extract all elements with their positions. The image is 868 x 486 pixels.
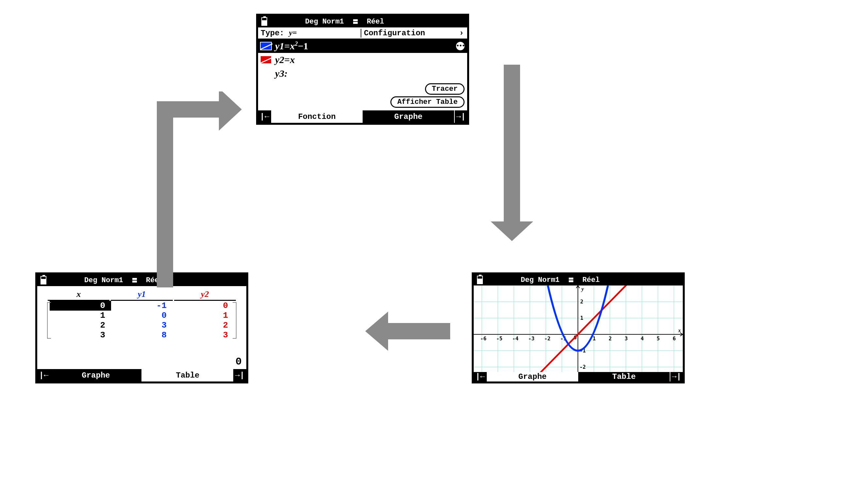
bottom-nav: |← Graphe Table →| — [37, 369, 246, 382]
nav-next-icon[interactable]: →| — [233, 369, 246, 382]
type-label[interactable]: Type: y= — [258, 28, 361, 38]
function-row-y3[interactable]: y3: — [258, 67, 467, 80]
table-row[interactable]: 3 8 3 — [50, 330, 234, 340]
afficher-table-button[interactable]: Afficher Table — [391, 96, 465, 108]
function-row-y1[interactable]: y1=x2−1 ••• — [258, 39, 467, 53]
nav-prev-icon[interactable]: |← — [474, 372, 487, 382]
graph-screen: Deg Norm1 Réel — [472, 272, 685, 383]
status-domain: Réel — [367, 18, 384, 26]
graph-svg: -6-5 -4-3 -2-1 12 34 56 21 -1-2 0 x y — [474, 286, 683, 372]
table-area: x y1 y2 0 -1 0 1 0 1 2 3 2 3 8 3 — [37, 286, 246, 369]
battery-icon — [40, 276, 46, 285]
svg-text:6: 6 — [673, 335, 676, 342]
type-row: Type: y= Configuration › — [258, 27, 467, 39]
graph-canvas[interactable]: -6-5 -4-3 -2-1 12 34 56 21 -1-2 0 x y — [474, 286, 683, 372]
nav-fonction[interactable]: Fonction — [271, 110, 363, 123]
function-row-y2[interactable]: y2=x — [258, 53, 467, 67]
table-row[interactable]: 0 -1 0 — [50, 301, 234, 311]
svg-text:1: 1 — [593, 335, 596, 342]
status-bar: Deg Norm1 Réel — [474, 274, 683, 286]
svg-text:x: x — [678, 328, 681, 333]
color-swatch-blue — [260, 42, 272, 50]
table-screen: Deg Norm1 Réel x y1 y2 0 -1 0 1 0 1 2 3 … — [35, 272, 248, 383]
table-body: 0 -1 0 1 0 1 2 3 2 3 8 3 — [47, 301, 237, 340]
nav-next-icon[interactable]: →| — [670, 372, 683, 382]
battery-icon — [261, 17, 267, 26]
configuration-menu[interactable]: Configuration › — [361, 29, 467, 38]
fraction-icon — [353, 19, 358, 24]
color-swatch-empty — [260, 69, 272, 78]
color-swatch-red — [260, 56, 272, 64]
col-header-y2: y2 — [174, 289, 236, 301]
ellipsis-icon[interactable]: ••• — [456, 42, 465, 50]
table-row[interactable]: 1 0 1 — [50, 311, 234, 320]
svg-text:y: y — [581, 286, 584, 292]
arrow-down-icon — [491, 45, 543, 241]
bottom-nav: |← Fonction Graphe →| — [258, 110, 467, 123]
col-header-x: x — [48, 289, 110, 301]
col-header-y1: y1 — [111, 289, 173, 301]
nav-graphe[interactable]: Graphe — [487, 372, 578, 382]
chevron-right-icon: › — [459, 29, 464, 38]
table-row[interactable]: 2 3 2 — [50, 320, 234, 330]
nav-prev-icon[interactable]: |← — [258, 110, 271, 123]
svg-text:3: 3 — [625, 335, 628, 342]
function-editor-screen: Deg Norm1 Réel Type: y= Configuration › … — [256, 14, 469, 125]
status-bar: Deg Norm1 Réel — [258, 16, 467, 27]
fraction-icon — [569, 277, 573, 283]
nav-graphe[interactable]: Graphe — [363, 110, 454, 123]
svg-text:5: 5 — [657, 335, 660, 342]
function-list: y1=x2−1 ••• y2=x y3: Tracer Afficher Tab… — [258, 39, 467, 110]
nav-graphe[interactable]: Graphe — [50, 369, 142, 382]
status-mode: Deg Norm1 — [305, 18, 344, 26]
svg-text:-3: -3 — [528, 335, 534, 342]
svg-text:-4: -4 — [512, 335, 519, 342]
svg-text:2: 2 — [580, 298, 584, 305]
nav-next-icon[interactable]: →| — [454, 110, 467, 123]
arrow-up-right-icon — [157, 92, 242, 287]
battery-icon — [477, 276, 483, 284]
svg-text:4: 4 — [641, 335, 644, 342]
svg-text:-6: -6 — [480, 335, 487, 342]
nav-prev-icon[interactable]: |← — [37, 369, 50, 382]
table-header: x y1 y2 — [47, 289, 237, 301]
tracer-button[interactable]: Tracer — [425, 83, 465, 95]
bottom-nav: |← Graphe Table →| — [474, 372, 683, 382]
svg-text:1: 1 — [580, 315, 584, 321]
current-cell-value: 0 — [236, 356, 242, 368]
status-mode: Deg Norm1 — [521, 276, 560, 284]
status-domain: Réel — [583, 276, 600, 284]
svg-text:2: 2 — [609, 335, 612, 342]
arrow-left-icon — [365, 308, 450, 354]
status-mode: Deg Norm1 — [84, 276, 123, 285]
nav-table[interactable]: Table — [142, 369, 233, 382]
svg-text:-5: -5 — [496, 335, 502, 342]
svg-text:-2: -2 — [544, 335, 551, 342]
fraction-icon — [132, 278, 137, 283]
nav-table[interactable]: Table — [578, 372, 670, 382]
svg-text:-2: -2 — [580, 364, 586, 370]
